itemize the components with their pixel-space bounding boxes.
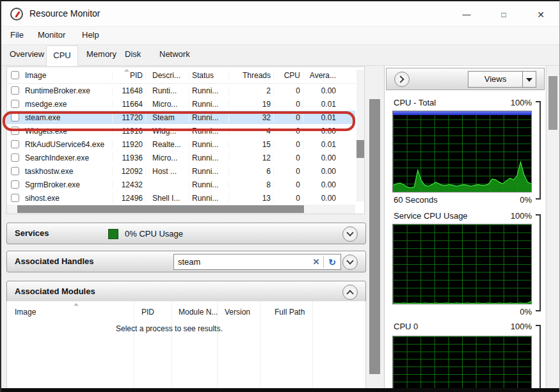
views-dropdown-button[interactable] [522, 71, 536, 88]
minimize-button[interactable]: — [456, 6, 477, 23]
row-pid: 11916 [112, 127, 145, 136]
row-checkbox[interactable] [7, 153, 22, 162]
row-cpu: 0 [273, 86, 303, 95]
column-header-pid[interactable]: PID [112, 71, 145, 80]
cpu-total-min-label: 0% [520, 195, 532, 205]
window-title: Resource Monitor [29, 8, 100, 19]
modules-column-full-path[interactable]: Full Path [275, 308, 305, 317]
table-row[interactable]: Widgets.exe 11916 Widg... Runni... 4 0 0… [7, 124, 355, 137]
row-average: 0.01 [303, 100, 339, 109]
table-row[interactable]: sihost.exe 12496 Shell I... Runni... 13 … [7, 191, 355, 203]
process-table-horizontal-scrollbar[interactable] [7, 205, 355, 214]
modules-column-pid[interactable]: PID [141, 308, 154, 317]
close-button[interactable]: ✕ [530, 6, 552, 23]
handles-section-bar[interactable]: Associated Handles ✕ ↻ [6, 251, 366, 272]
tab-overview[interactable]: Overview [10, 49, 44, 59]
cpu-usage-indicator-icon [108, 229, 118, 239]
table-row[interactable]: SgrmBroker.exe 12432 Runni... 8 0 0.00 [7, 178, 355, 191]
menu-help[interactable]: Help [82, 30, 99, 40]
row-image: taskhostw.exe [22, 167, 112, 176]
views-button[interactable]: Views [468, 71, 523, 88]
service-cpu-max-label: 100% [511, 211, 532, 221]
column-header-threads[interactable]: Threads [228, 71, 273, 80]
left-pane-scrollbar[interactable] [367, 66, 383, 390]
row-pid: 12496 [112, 194, 145, 203]
menu-monitor[interactable]: Monitor [38, 30, 65, 40]
clear-search-icon[interactable]: ✕ [309, 257, 323, 267]
row-checkbox[interactable] [7, 140, 22, 148]
table-row[interactable]: RtkAudUService64.exe 11920 Realte... Run… [7, 137, 355, 151]
sort-indicator-icon [74, 303, 79, 306]
modules-section-title: Associated Modules [15, 286, 95, 296]
row-checkbox[interactable] [7, 180, 22, 189]
row-status: Runni... [189, 180, 228, 189]
tab-bar: Overview CPU Memory Disk Network [1, 45, 559, 66]
modules-column-image[interactable]: Image [15, 308, 36, 317]
services-section-bar[interactable]: Services 0% CPU Usage [6, 223, 366, 244]
row-pid: 11648 [112, 86, 145, 95]
select-all-checkbox[interactable] [7, 71, 22, 79]
tab-network[interactable]: Network [159, 49, 190, 59]
column-header-description[interactable]: Descri... [145, 71, 189, 80]
row-checkbox[interactable] [7, 100, 22, 108]
resource-monitor-window: Resource Monitor — □ ✕ File Monitor Help… [0, 0, 560, 392]
window-right-scrollbar[interactable] [546, 66, 559, 390]
row-status: Runni... [189, 194, 228, 203]
handles-collapse-button[interactable] [342, 255, 358, 270]
row-description: Runti... [145, 86, 189, 95]
cpu0-max-label: 100% [511, 322, 532, 331]
process-table-vertical-scrollbar-thumb[interactable] [356, 140, 364, 158]
tab-memory[interactable]: Memory [86, 49, 116, 59]
handles-search-input[interactable] [174, 257, 309, 267]
modules-column-module-name[interactable]: Module N... [179, 308, 218, 317]
column-header-cpu[interactable]: CPU [273, 71, 303, 80]
refresh-search-icon[interactable]: ↻ [324, 257, 340, 267]
modules-column-version[interactable]: Version [225, 308, 250, 317]
services-collapse-button[interactable] [342, 226, 358, 242]
modules-panel: Image PID Module N... Version Full Path … [6, 301, 366, 390]
collapse-panel-button[interactable] [394, 72, 410, 87]
maximize-button[interactable]: □ [493, 6, 515, 23]
process-table-horizontal-scrollbar-thumb[interactable] [17, 205, 304, 213]
modules-collapse-button[interactable] [342, 285, 358, 300]
row-image: RtkAudUService64.exe [22, 140, 112, 149]
column-header-average[interactable]: Avera... [303, 71, 339, 80]
service-cpu-min-label: 0% [520, 307, 532, 317]
tab-cpu[interactable]: CPU [46, 45, 78, 66]
table-row[interactable]: steam.exe 11720 Steam Runni... 32 0 0.01 [7, 111, 355, 124]
row-image: Widgets.exe [22, 127, 112, 136]
left-pane-scrollbar-thumb[interactable] [369, 99, 380, 374]
column-header-image[interactable]: Image [22, 71, 112, 80]
row-threads: 8 [228, 180, 273, 189]
table-row[interactable]: taskhostw.exe 12092 Host ... Runni... 6 … [7, 164, 355, 178]
tab-disk[interactable]: Disk [125, 49, 141, 59]
row-checkbox[interactable] [7, 113, 22, 122]
cpu-total-bottom-row: 60 Seconds 0% [394, 195, 532, 205]
table-row[interactable]: RuntimeBroker.exe 11648 Runti... Runni..… [7, 84, 355, 97]
row-threads: 13 [228, 194, 273, 203]
row-description: Micro... [145, 100, 189, 109]
modules-empty-message: Select a process to see results. [116, 324, 223, 333]
process-table-vertical-scrollbar[interactable] [356, 70, 364, 201]
row-image: msedge.exe [22, 100, 112, 109]
row-description: Shell I... [145, 194, 189, 203]
window-right-scrollbar-thumb[interactable] [548, 76, 557, 130]
row-threads: 19 [228, 100, 273, 109]
column-header-status[interactable]: Status [189, 71, 228, 80]
views-toolbar: Views [386, 68, 545, 90]
modules-section-bar[interactable]: Associated Modules [6, 281, 366, 302]
table-row[interactable]: msedge.exe 11664 Micro... Runni... 19 0 … [7, 97, 355, 111]
row-threads: 15 [228, 140, 273, 149]
row-checkbox[interactable] [7, 127, 22, 135]
title-bar: Resource Monitor — □ ✕ [1, 1, 559, 27]
menu-file[interactable]: File [10, 30, 24, 40]
row-checkbox[interactable] [7, 86, 22, 95]
row-checkbox[interactable] [7, 194, 22, 202]
row-cpu: 0 [273, 140, 303, 149]
row-status: Runni... [189, 113, 228, 122]
table-row[interactable]: SearchIndexer.exe 11936 Micro... Runni..… [7, 151, 355, 164]
graphs-panel: Views CPU - Total 100% 60 Seconds 0% Ser… [384, 66, 545, 390]
row-checkbox[interactable] [7, 167, 22, 175]
axis-bracket [536, 214, 541, 311]
handles-search-box: ✕ ↻ [173, 254, 341, 270]
